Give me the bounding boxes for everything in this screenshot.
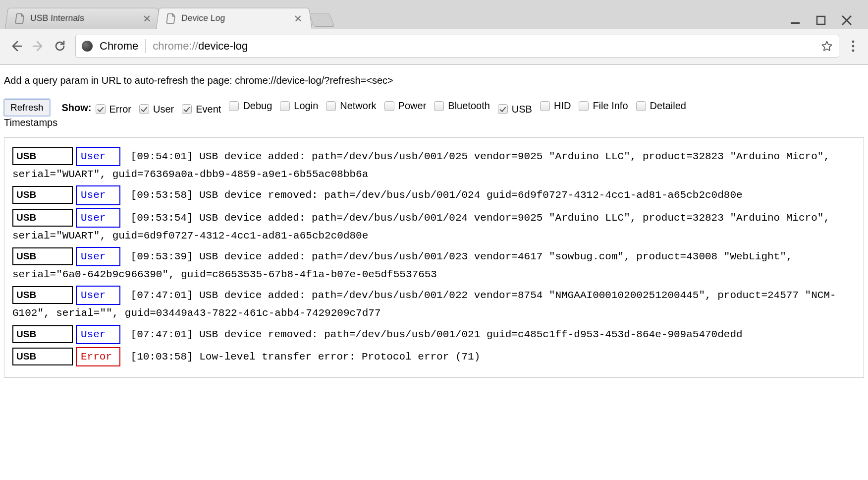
filter-label: Error: [109, 104, 131, 115]
log-level-tag: User: [76, 325, 120, 344]
svg-rect-0: [791, 22, 800, 24]
log-level-tag: User: [76, 247, 120, 266]
filter-power[interactable]: Power: [384, 100, 427, 112]
filter-fileinfo[interactable]: File Info: [579, 100, 628, 112]
log-message: [09:53:54] USB device added: path=/dev/b…: [12, 212, 830, 241]
log-type-tag: USB: [12, 325, 73, 343]
log-entry: USBUser [09:54:01] USB device added: pat…: [12, 147, 856, 182]
tab-strip: USB Internals Device Log: [0, 0, 868, 29]
checkbox-icon[interactable]: [384, 101, 394, 111]
log-entry: USBUser [09:53:54] USB device added: pat…: [12, 208, 856, 244]
show-label: Show:: [62, 102, 92, 114]
filter-login[interactable]: Login: [280, 100, 318, 112]
checkbox-icon[interactable]: [434, 101, 444, 111]
log-type-tag: USB: [12, 147, 73, 165]
filter-label: Login: [294, 100, 318, 112]
tab-title: USB Internals: [30, 13, 85, 23]
refresh-button[interactable]: Refresh: [4, 99, 50, 116]
log-message: [09:53:58] USB device removed: path=/dev…: [124, 189, 743, 201]
log-type-tag: USB: [12, 247, 73, 265]
auto-refresh-hint: Add a query param in URL to auto-refresh…: [4, 75, 864, 86]
filter-usb[interactable]: USB: [498, 104, 532, 115]
filter-error[interactable]: Error: [96, 104, 131, 115]
log-message: [09:54:01] USB device added: path=/dev/b…: [12, 151, 830, 180]
log-entry: USBError [10:03:58] Low-level transfer e…: [12, 347, 856, 366]
controls-row: Refresh Show: ErrorUserEventDebugLoginNe…: [4, 99, 864, 116]
log-level-tag: User: [76, 147, 120, 166]
filter-label: Event: [196, 104, 221, 115]
log-message: [09:53:39] USB device added: path=/dev/b…: [12, 251, 792, 280]
page-content: Add a query param in URL to auto-refresh…: [0, 65, 868, 385]
log-message: [10:03:58] Low-level transfer error: Pro…: [124, 351, 480, 362]
window-close-icon[interactable]: [841, 15, 852, 26]
browser-chrome: USB Internals Device Log: [0, 0, 868, 65]
log-type-tag: USB: [12, 209, 73, 227]
log-type-tag: USB: [12, 348, 73, 365]
maximize-icon[interactable]: [815, 15, 826, 26]
bookmark-star-icon[interactable]: [821, 40, 833, 52]
checkbox-icon[interactable]: [326, 101, 336, 111]
checkbox-icon[interactable]: [182, 104, 192, 114]
svg-point-3: [852, 45, 855, 48]
omnibox-scheme-chip: Chrome: [100, 40, 138, 53]
filter-label: HID: [554, 100, 571, 112]
checkbox-icon[interactable]: [636, 101, 646, 111]
filter-label: Network: [340, 100, 376, 112]
log-type-tag: USB: [12, 186, 73, 204]
filter-bluetooth[interactable]: Bluetooth: [434, 100, 490, 112]
filter-label: USB: [512, 104, 532, 115]
minimize-icon[interactable]: [790, 15, 801, 26]
divider: [145, 39, 146, 53]
filter-debug[interactable]: Debug: [229, 100, 272, 112]
checkbox-icon[interactable]: [229, 101, 239, 111]
svg-rect-1: [817, 16, 825, 24]
log-message: [07:47:01] USB device added: path=/dev/b…: [12, 290, 836, 319]
file-icon: [15, 13, 25, 23]
checkbox-icon[interactable]: [139, 104, 149, 114]
close-icon[interactable]: [294, 15, 302, 21]
checkbox-icon[interactable]: [96, 104, 106, 114]
filter-label: Debug: [243, 100, 272, 112]
filter-label: User: [153, 104, 174, 115]
tab-device-log[interactable]: Device Log: [156, 8, 312, 29]
filter-label: Bluetooth: [448, 100, 490, 112]
log-entry: USBUser [09:53:58] USB device removed: p…: [12, 185, 856, 205]
filter-event[interactable]: Event: [182, 104, 221, 115]
tab-usb-internals[interactable]: USB Internals: [5, 8, 161, 29]
window-controls: [790, 15, 863, 29]
filter-hid[interactable]: HID: [540, 100, 571, 112]
new-tab-button[interactable]: [308, 13, 334, 27]
filter-detailed[interactable]: Detailed: [636, 100, 686, 112]
toolbar: Chrome chrome://device-log: [0, 29, 868, 64]
log-entry: USBUser [09:53:39] USB device added: pat…: [12, 247, 856, 283]
tab-title: Device Log: [181, 13, 225, 23]
back-button[interactable]: [10, 40, 23, 53]
log-type-tag: USB: [12, 286, 73, 304]
chrome-icon: [82, 41, 93, 52]
log-entry: USBUser [07:47:01] USB device removed: p…: [12, 325, 856, 344]
reload-button[interactable]: [54, 40, 66, 53]
log-entry: USBUser [07:47:01] USB device added: pat…: [12, 286, 856, 321]
filter-label: Detailed: [650, 100, 686, 112]
omnibox[interactable]: Chrome chrome://device-log: [75, 35, 839, 58]
filter-label: Power: [398, 100, 427, 112]
checkbox-icon[interactable]: [540, 101, 550, 111]
log-level-tag: Error: [76, 347, 120, 366]
omnibox-url: chrome://device-log: [153, 40, 248, 53]
filter-network[interactable]: Network: [326, 100, 376, 112]
close-icon[interactable]: [143, 15, 151, 21]
log-level-tag: User: [76, 185, 120, 205]
detailed-timestamps-label: Timestamps: [4, 117, 864, 128]
log-container: USBUser [09:54:01] USB device added: pat…: [4, 137, 864, 378]
checkbox-icon[interactable]: [280, 101, 290, 111]
kebab-menu-icon[interactable]: [848, 40, 858, 53]
log-level-tag: User: [76, 208, 120, 228]
filter-label: File Info: [593, 100, 628, 112]
forward-button[interactable]: [32, 40, 45, 53]
svg-point-4: [852, 50, 855, 52]
log-level-tag: User: [76, 286, 120, 305]
log-message: [07:47:01] USB device removed: path=/dev…: [124, 329, 743, 340]
checkbox-icon[interactable]: [498, 104, 508, 114]
checkbox-icon[interactable]: [579, 101, 589, 111]
filter-user[interactable]: User: [139, 104, 174, 115]
